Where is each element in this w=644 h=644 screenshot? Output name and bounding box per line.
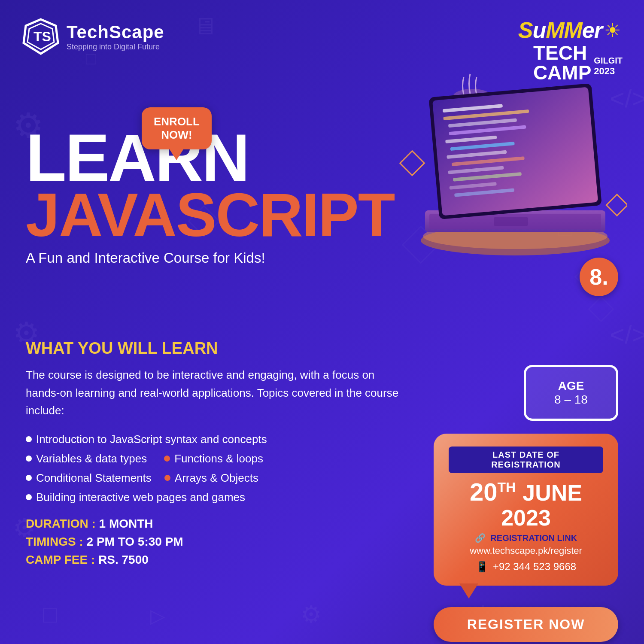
logo-subtitle: Stepping into Digital Future <box>67 43 164 52</box>
bullet-dot-orange <box>164 456 170 462</box>
description-text: The course is designed to be interactive… <box>26 366 400 420</box>
age-range: 8 – 18 <box>554 393 588 407</box>
reg-card-title: LAST DATE OF REGISTRATION <box>449 447 603 473</box>
bullet-text: Variables & data types <box>36 452 147 465</box>
fee-line: CAMP FEE : RS. 7500 <box>26 553 400 567</box>
age-box: AGE 8 – 18 <box>524 365 618 421</box>
enroll-line1: ENROLL <box>154 115 200 128</box>
reg-link-label: 🔗 REGISTRATION LINK <box>449 533 603 543</box>
date-suffix: TH <box>498 480 516 495</box>
reg-link-url[interactable]: www.techscape.pk/register <box>449 545 603 556</box>
age-label: AGE <box>558 379 584 393</box>
phone-icon: 📱 <box>476 561 489 573</box>
duration-line: DURATION : 1 MONTH <box>26 517 400 531</box>
date-number: 20 <box>470 478 498 506</box>
page-container: ⚙ ⚙ ⚙ </> </> 🖥 □ □ ⚙ ⚙ □ ▷ <box>0 0 644 644</box>
fee-value: RS. 7500 <box>98 553 149 566</box>
timings-label: TIMINGS : <box>26 535 83 548</box>
techscape-logo-icon: TS <box>21 17 60 56</box>
logo-title: TechScape <box>67 22 164 43</box>
bullet-text-conditional: Conditional Statements <box>36 471 152 485</box>
list-item: Conditional Statements Arrays & Objects <box>26 471 400 485</box>
list-item: Introduction to JavaScript syntax and co… <box>26 433 400 446</box>
timings-line: TIMINGS : 2 PM TO 5:30 PM <box>26 535 400 549</box>
fee-label: CAMP FEE : <box>26 553 95 566</box>
svg-rect-11 <box>589 297 614 322</box>
course-subtitle: A Fun and Interactive Course for Kids! <box>26 250 394 266</box>
duration-label: DURATION : <box>26 517 96 530</box>
registration-card: LAST DATE OF REGISTRATION 20TH JUNE 2023… <box>434 434 618 586</box>
reg-date: 20TH JUNE 2023 <box>449 480 603 529</box>
age-number-badge: 8. <box>580 258 618 296</box>
reg-phone: 📱 +92 344 523 9668 <box>449 561 603 573</box>
bullet-text: Functions & loops <box>174 452 263 465</box>
bullet-text: Building interactive web pages and games <box>36 491 245 504</box>
logo-area: TS TechScape Stepping into Digital Futur… <box>21 17 164 56</box>
bullet-text: Introduction to JavaScript syntax and co… <box>36 433 267 446</box>
bullet-dot-orange <box>164 475 170 481</box>
content-right: AGE 8 – 18 LAST DATE OF REGISTRATION 20T… <box>417 339 618 642</box>
svg-rect-43 <box>400 151 425 176</box>
bullet-list: Introduction to JavaScript syntax and co… <box>26 433 400 504</box>
bullet-text-arrays: Arrays & Objects <box>175 471 258 485</box>
list-item: Variables & data types Functions & loops <box>26 452 400 465</box>
duration-value: 1 MONTH <box>99 517 153 530</box>
logo-text: TechScape Stepping into Digital Future <box>67 22 164 52</box>
info-section: DURATION : 1 MONTH TIMINGS : 2 PM TO 5:3… <box>26 517 400 567</box>
timings-value: 2 PM TO 5:30 PM <box>87 535 183 548</box>
list-item: Building interactive web pages and games <box>26 491 400 504</box>
bullet-dot <box>26 436 32 442</box>
bullet-dot <box>26 494 32 500</box>
svg-rect-44 <box>606 194 627 216</box>
register-now-button[interactable]: REGISTER NOW <box>434 607 618 642</box>
bullet-dot <box>26 456 32 462</box>
section-heading: WHAT YOU WILL LEARN <box>26 339 400 358</box>
svg-text:TS: TS <box>33 29 51 44</box>
laptop-illustration: JS <box>348 56 627 279</box>
main-content: WHAT YOU WILL LEARN The course is design… <box>26 339 618 642</box>
javascript-text: JAVASCRIPT <box>26 185 394 246</box>
svg-rect-28 <box>494 217 528 226</box>
bullet-dot <box>26 475 32 481</box>
enroll-line2: NOW! <box>154 128 200 142</box>
content-left: WHAT YOU WILL LEARN The course is design… <box>26 339 400 642</box>
enroll-bubble[interactable]: ENROLL NOW! <box>142 107 212 149</box>
